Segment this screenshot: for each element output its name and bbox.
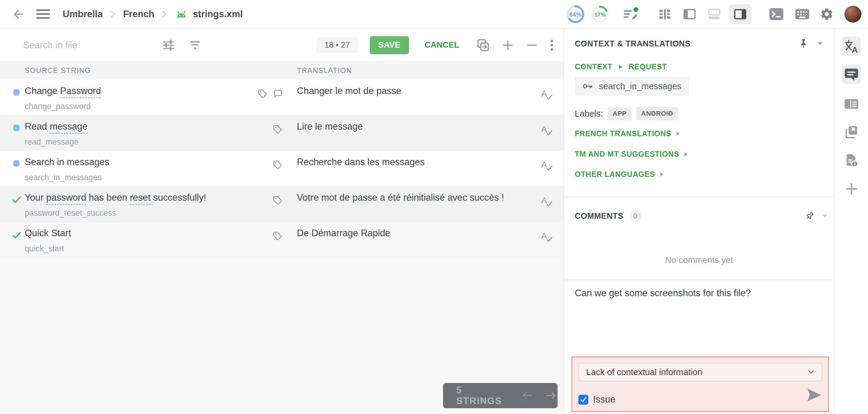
menu-icon[interactable] [36,9,50,19]
string-key: read_message [25,137,79,147]
comments-panel-icon[interactable] [842,65,861,84]
zoom-out-icon[interactable] [526,39,538,51]
glossary-pages-icon[interactable] [842,123,861,142]
breadcrumb-project[interactable]: Umbrella [63,9,103,20]
unpin-icon[interactable] [804,211,815,221]
proofread-icon[interactable]: A [540,124,553,137]
section-other-languages[interactable]: OTHER LANGUAGES [575,170,827,179]
comment-bubble-icon[interactable] [273,89,282,98]
chevron-right-icon [162,10,167,18]
file-toolbar: 18 • 27 SAVE CANCEL [0,29,564,61]
breadcrumb-file[interactable]: strings.xml [175,9,243,20]
glossary-term: message [50,121,88,134]
tag-icon[interactable] [258,89,267,98]
triangle-right-icon [660,172,663,177]
source-string: Change Password [25,86,101,96]
zoom-in-icon[interactable] [502,39,514,51]
proofread-icon[interactable]: A [540,159,553,172]
cancel-button[interactable]: CANCEL [423,40,461,50]
key-icon [583,82,593,90]
bottom-panel-view-icon[interactable] [708,8,721,20]
context-card-icon[interactable] [842,94,861,114]
issue-type-select[interactable]: Lack of contextual information [578,363,822,381]
issue-checkbox-row: Issue [578,392,615,407]
labels-row: Labels: APP ANDROID [575,107,827,120]
tag-icon[interactable] [273,231,282,241]
source-string: Search in messages [25,157,110,167]
filter-icon[interactable] [189,40,201,51]
table-row[interactable]: Change Password change_password Changer … [0,79,564,115]
tag-icon[interactable] [273,196,282,205]
right-panel-view-icon[interactable] [729,4,752,24]
view-mode-group [658,4,752,24]
approved-progress-ring[interactable]: 17% [591,5,610,24]
top-bar: Umbrella French strings.xml 64% [0,0,868,29]
approved-status-icon [12,231,21,239]
tasks-edit-icon[interactable] [623,7,639,22]
glossary-term: reset [130,192,151,205]
table-header: SOURCE STRING TRANSLATION [0,61,564,79]
request-link[interactable]: REQUEST [629,62,667,71]
back-icon[interactable] [11,8,24,20]
avatar[interactable] [844,6,861,23]
copy-source-icon[interactable] [476,38,490,52]
previous-page-arrow-icon[interactable] [521,391,533,400]
string-position-counter[interactable]: 18 • 27 [316,37,358,53]
comment-input[interactable]: Can we get some screenshots for this fil… [575,288,827,298]
table-row[interactable]: Quick Start quick_start De Démarrage Rap… [0,222,564,257]
context-panel: CONTEXT & TRANSLATIONS CONTEXT REQUEST s… [565,29,833,414]
file-info-icon[interactable] [842,151,861,170]
translate-icon[interactable]: A [842,36,861,56]
issue-checkbox-label: Issue [593,394,615,405]
android-file-icon [175,10,188,19]
label-badge[interactable]: ANDROID [636,107,678,120]
table-row[interactable]: Search in messages search_in_messages Re… [0,151,564,186]
proofread-icon[interactable]: A [540,88,553,101]
issue-checkbox[interactable] [578,395,588,405]
triangle-right-icon [677,132,680,136]
panel-title: CONTEXT & TRANSLATIONS [575,39,690,49]
strings-count-label: 5 STRINGS [456,385,509,407]
terminal-icon[interactable] [769,8,784,21]
section-french-translations[interactable]: FRENCH TRANSLATIONS [575,129,827,138]
gear-icon[interactable] [820,7,834,21]
tag-icon[interactable] [273,160,282,169]
translation-text: De Démarrage Rapide [297,228,390,238]
label-badge[interactable]: APP [608,107,632,120]
context-link[interactable]: CONTEXT [575,62,613,71]
table-row[interactable]: Your password has been reset successfull… [0,186,564,222]
send-icon[interactable] [807,388,822,402]
more-menu-icon[interactable] [550,39,553,51]
approved-progress-value: 17% [594,11,606,18]
tag-icon[interactable] [273,125,282,134]
string-key-value: search_in_messages [599,82,681,91]
search-input[interactable] [23,39,144,51]
string-key-chip[interactable]: search_in_messages [575,77,689,96]
translation-column-header: TRANSLATION [297,66,352,75]
proofread-icon[interactable]: A [540,230,553,244]
translated-progress-ring[interactable]: 64% [565,4,585,24]
comfortable-view-icon[interactable] [658,8,672,20]
next-page-arrow-icon[interactable] [545,391,558,400]
triangle-right-icon [684,152,687,156]
translation-text: Changer le mot de passe [297,86,401,96]
advanced-filter-icon[interactable] [162,40,175,51]
side-by-side-view-icon[interactable] [683,8,696,20]
add-panel-icon[interactable] [842,179,861,198]
proofread-icon[interactable]: A [540,195,553,208]
panel-rail: A [834,29,868,414]
panel-divider [565,280,833,280]
strings-pager[interactable]: 5 STRINGS [443,383,558,408]
chevron-down-icon[interactable] [823,215,827,218]
strings-list-area: 18 • 27 SAVE CANCEL SOURCE STRING TRANSL… [0,29,564,414]
table-row[interactable]: Read message read_message Lire le messag… [0,115,564,151]
pin-icon[interactable] [798,38,809,49]
keyboard-shortcuts-icon[interactable] [795,9,809,20]
section-tm-mt-suggestions[interactable]: TM AND MT SUGGESTIONS [575,150,827,158]
chevron-down-icon[interactable] [818,42,823,45]
panel-header: CONTEXT & TRANSLATIONS [575,37,827,50]
breadcrumb-language[interactable]: French [123,9,154,20]
string-key: quick_start [25,244,64,253]
save-button[interactable]: SAVE [370,36,409,54]
glossary-term: password [46,192,86,205]
